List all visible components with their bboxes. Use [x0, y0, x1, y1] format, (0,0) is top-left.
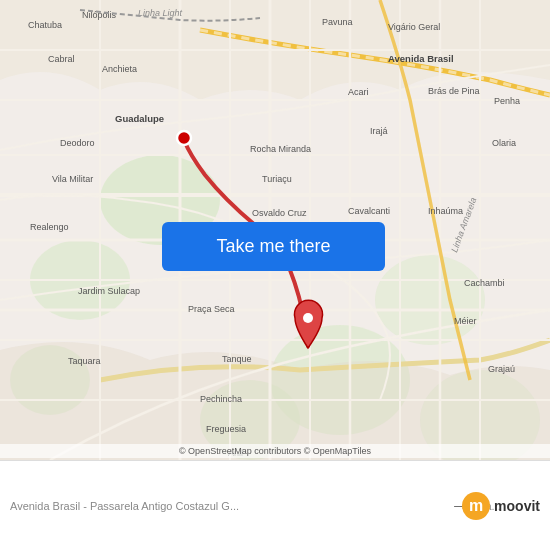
svg-text:Taquara: Taquara: [68, 356, 101, 366]
moovit-logo-icon: m: [462, 492, 490, 520]
svg-point-59: [177, 131, 191, 145]
svg-text:Brás de Pina: Brás de Pina: [428, 86, 480, 96]
svg-text:Inhaúma: Inhaúma: [428, 206, 463, 216]
svg-text:Cachambi: Cachambi: [464, 278, 505, 288]
moovit-branding: m moovit: [462, 492, 540, 520]
map-container: Nilópolis Chatuba Cabral Anchieta Guadal…: [0, 0, 550, 460]
svg-point-6: [375, 255, 485, 345]
svg-text:Realengo: Realengo: [30, 222, 69, 232]
svg-text:Cavalcanti: Cavalcanti: [348, 206, 390, 216]
svg-text:Osvaldo Cruz: Osvaldo Cruz: [252, 208, 307, 218]
svg-text:Méier: Méier: [454, 316, 477, 326]
svg-text:Cabral: Cabral: [48, 54, 75, 64]
svg-text:Freguesia: Freguesia: [206, 424, 246, 434]
svg-text:Praça Seca: Praça Seca: [188, 304, 235, 314]
svg-text:Avenida Brasil: Avenida Brasil: [388, 53, 454, 64]
svg-text:Pavuna: Pavuna: [322, 17, 353, 27]
svg-text:Irajá: Irajá: [370, 126, 388, 136]
svg-text:Rocha Miranda: Rocha Miranda: [250, 144, 311, 154]
bottom-bar: Avenida Brasil - Passarela Antigo Costaz…: [0, 460, 550, 550]
from-label: Avenida Brasil - Passarela Antigo Costaz…: [10, 500, 440, 512]
map-attribution: © OpenStreetMap contributors © OpenMapTi…: [0, 444, 550, 458]
svg-text:Vila Militar: Vila Militar: [52, 174, 93, 184]
take-me-there-button[interactable]: Take me there: [162, 222, 385, 271]
svg-text:Olaria: Olaria: [492, 138, 516, 148]
svg-text:Vigário Geral: Vigário Geral: [388, 22, 440, 32]
svg-text:Grajaú: Grajaú: [488, 364, 515, 374]
svg-text:Chatuba: Chatuba: [28, 20, 62, 30]
svg-text:Jardim Sulacap: Jardim Sulacap: [78, 286, 140, 296]
from-location: Avenida Brasil - Passarela Antigo Costaz…: [10, 500, 440, 512]
svg-text:Guadalupe: Guadalupe: [115, 113, 164, 124]
svg-text:Pechincha: Pechincha: [200, 394, 242, 404]
svg-text:Anchieta: Anchieta: [102, 64, 137, 74]
svg-text:Turiaçu: Turiaçu: [262, 174, 292, 184]
moovit-logo-text: moovit: [494, 498, 540, 514]
svg-point-60: [303, 313, 313, 323]
svg-text:Tanque: Tanque: [222, 354, 252, 364]
svg-text:Acari: Acari: [348, 87, 369, 97]
svg-text:Penha: Penha: [494, 96, 520, 106]
svg-text:Deodoro: Deodoro: [60, 138, 95, 148]
